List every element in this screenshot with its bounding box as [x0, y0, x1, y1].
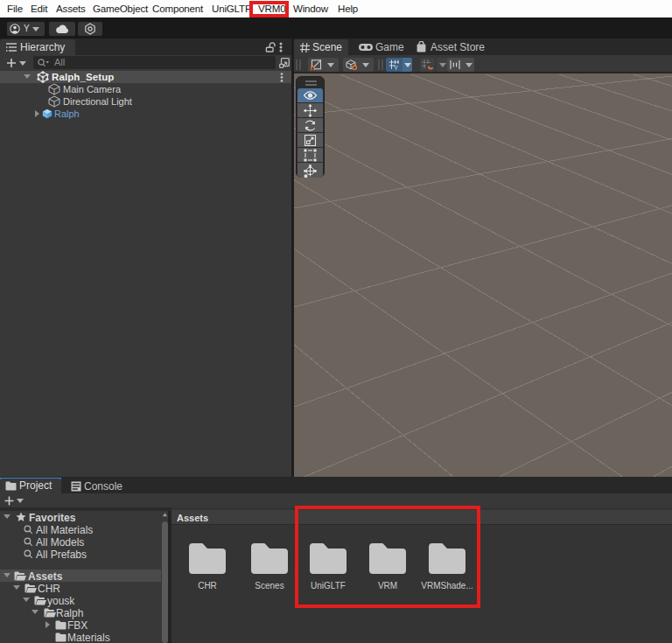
svg-text:Y: Y [394, 64, 398, 71]
